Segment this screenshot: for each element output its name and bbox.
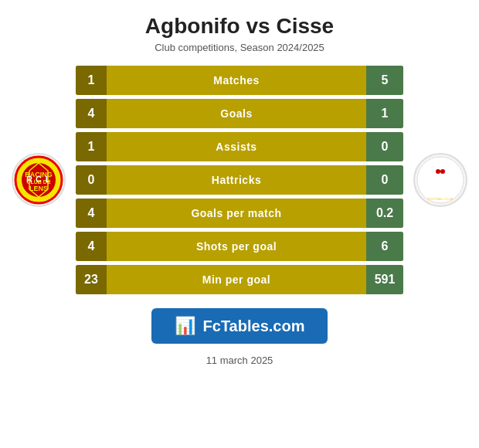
stat-right-value: 6	[366, 232, 403, 261]
fctables-banner: 📊 FcTables.com	[151, 308, 328, 344]
fctables-text: FcTables.com	[203, 317, 305, 335]
svg-text:C: C	[36, 175, 42, 184]
lens-logo: RACING CLUB DE LENS R C L	[12, 153, 66, 207]
rennes-logo: STADE RENNAIS FOOTBALL CLUB	[413, 153, 467, 207]
svg-text:R: R	[26, 175, 32, 184]
match-subtitle: Club competitions, Season 2024/2025	[145, 42, 334, 53]
page-header: Agbonifo vs Cisse Club competitions, Sea…	[145, 0, 334, 58]
stat-right-value: 591	[366, 265, 403, 294]
match-title: Agbonifo vs Cisse	[145, 14, 334, 39]
stat-right-value: 0.2	[366, 199, 403, 228]
stat-left-value: 4	[76, 199, 107, 228]
stat-left-value: 23	[76, 265, 107, 294]
stat-right-value: 1	[366, 99, 403, 128]
stat-left-value: 1	[76, 132, 107, 161]
stat-right-value: 5	[366, 66, 403, 95]
stat-right-value: 0	[366, 132, 403, 161]
svg-text:L: L	[46, 175, 51, 184]
stat-row: 4Goals per match0.2	[76, 199, 403, 228]
stat-row: 4Goals1	[76, 99, 403, 128]
main-content: RACING CLUB DE LENS R C L 1Matches54Goal…	[0, 58, 479, 294]
svg-point-13	[436, 169, 440, 174]
svg-rect-15	[434, 178, 447, 188]
logo-right: STADE RENNAIS FOOTBALL CLUB	[409, 153, 471, 207]
stat-left-value: 4	[76, 99, 107, 128]
stat-label: Shots per goal	[107, 240, 366, 253]
stat-left-value: 0	[76, 165, 107, 195]
stats-table: 1Matches54Goals11Assists00Hattricks04Goa…	[76, 66, 403, 294]
fctables-icon: 📊	[175, 316, 195, 336]
stat-label: Matches	[107, 74, 366, 87]
stat-row: 23Min per goal591	[76, 265, 403, 294]
svg-point-14	[440, 169, 445, 174]
stat-label: Assists	[107, 141, 366, 153]
stat-right-value: 0	[366, 165, 403, 195]
logo-left: RACING CLUB DE LENS R C L	[8, 153, 70, 207]
svg-text:FOOTBALL CLUB: FOOTBALL CLUB	[428, 197, 454, 201]
stat-row: 1Assists0	[76, 132, 403, 161]
stat-left-value: 1	[76, 66, 107, 95]
svg-text:STADE RENNAIS: STADE RENNAIS	[425, 192, 457, 196]
stat-left-value: 4	[76, 232, 107, 261]
stat-row: 4Shots per goal6	[76, 232, 403, 261]
footer-date: 11 march 2025	[206, 355, 273, 366]
stat-label: Goals per match	[107, 207, 366, 219]
stat-label: Hattricks	[107, 174, 366, 186]
stat-label: Goals	[107, 107, 366, 120]
stat-label: Min per goal	[107, 273, 366, 286]
svg-text:LENS: LENS	[29, 185, 48, 192]
stat-row: 0Hattricks0	[76, 165, 403, 195]
stat-row: 1Matches5	[76, 66, 403, 95]
